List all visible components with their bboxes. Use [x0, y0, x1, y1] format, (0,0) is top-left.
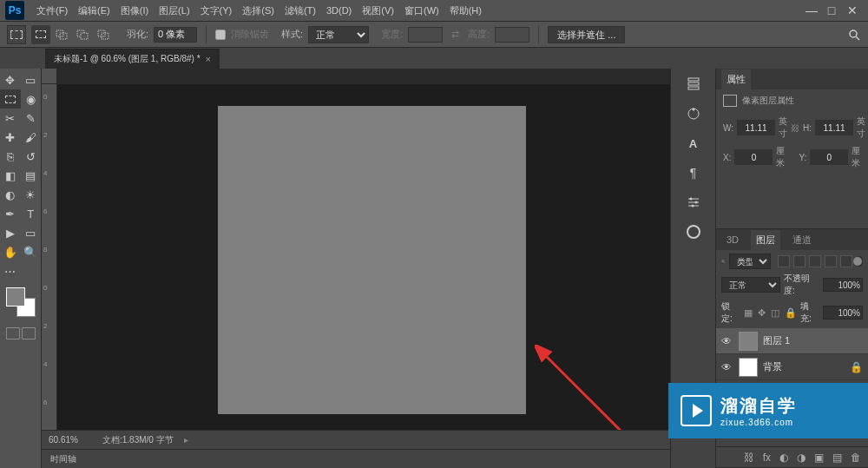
menu-filter[interactable]: 滤镜(T) [279, 4, 321, 17]
screenmode-icon[interactable] [22, 327, 36, 339]
doc-info[interactable]: 文档:1.83M/0 字节 [102, 434, 174, 446]
eraser-tool[interactable]: ◧ [0, 166, 21, 185]
maximize-button[interactable]: □ [826, 5, 837, 16]
zoom-level[interactable]: 60.61% [49, 435, 92, 445]
menu-3d[interactable]: 3D(D) [321, 5, 357, 16]
artboard-tool[interactable]: ▭ [21, 70, 42, 89]
layer-row[interactable]: 👁 图层 1 [716, 328, 868, 354]
menu-help[interactable]: 帮助(H) [444, 4, 487, 17]
fx-icon[interactable]: fx [763, 452, 771, 464]
group-icon[interactable]: ▣ [814, 452, 824, 464]
menu-edit[interactable]: 编辑(E) [73, 4, 115, 17]
menu-file[interactable]: 文件(F) [31, 4, 73, 17]
canvas-viewport[interactable] [57, 84, 670, 430]
quickmask-icon[interactable] [6, 327, 20, 339]
timeline-tab[interactable]: 时间轴 [50, 453, 76, 465]
visibility-toggle-icon[interactable]: 👁 [721, 335, 733, 347]
layer-thumbnail[interactable] [739, 332, 758, 351]
link-layers-icon[interactable]: ⛓ [744, 452, 754, 464]
healing-tool[interactable]: ✚ [0, 128, 21, 147]
history-brush-tool[interactable]: ↺ [21, 147, 42, 166]
close-button[interactable]: ✕ [847, 5, 858, 16]
style-select[interactable]: 正常 [308, 26, 369, 43]
filter-toggle[interactable] [856, 256, 863, 267]
document-tab[interactable]: 未标题-1 @ 60.6% (图层 1, RGB/8#) * × [45, 49, 220, 69]
layer-row[interactable]: 👁 背景 🔒 [716, 354, 868, 380]
adjustment-icon[interactable]: ◑ [797, 452, 806, 464]
lock-all-icon[interactable]: 🔒 [785, 307, 797, 319]
character-icon[interactable]: A [683, 133, 704, 154]
color-swatches[interactable] [6, 287, 36, 317]
lock-artboard-icon[interactable]: ◫ [771, 307, 779, 319]
color-icon[interactable] [683, 103, 704, 124]
pen-tool[interactable]: ✒ [0, 204, 21, 223]
ruler-origin[interactable] [42, 69, 57, 84]
filter-smart-icon[interactable] [840, 255, 852, 267]
edit-toolbar[interactable]: ⋯ [0, 261, 21, 280]
visibility-toggle-icon[interactable]: 👁 [721, 361, 733, 373]
feather-input[interactable] [154, 27, 197, 43]
move-tool[interactable]: ✥ [0, 70, 21, 89]
sel-subtract-icon[interactable] [73, 25, 92, 44]
menu-view[interactable]: 视图(V) [357, 4, 399, 17]
canvas-document[interactable] [218, 106, 526, 414]
minimize-button[interactable]: — [806, 5, 816, 16]
blur-tool[interactable]: ◐ [0, 185, 21, 204]
lock-pixels-icon[interactable]: ▦ [744, 307, 753, 319]
mask-icon[interactable]: ◐ [779, 452, 788, 464]
shape-tool[interactable]: ▭ [21, 223, 42, 242]
opacity-input[interactable] [823, 278, 863, 292]
menu-window[interactable]: 窗口(W) [399, 4, 444, 17]
delete-icon[interactable]: 🗑 [851, 452, 861, 464]
sel-new-icon[interactable] [31, 25, 50, 44]
x-input[interactable] [734, 149, 773, 165]
h-input[interactable] [815, 120, 853, 135]
tab-close-icon[interactable]: × [206, 54, 211, 64]
channels-tab[interactable]: 通道 [787, 230, 817, 250]
search-icon[interactable] [847, 28, 861, 42]
link-wh-icon[interactable]: ⛓ [791, 122, 799, 134]
sel-add-icon[interactable] [52, 25, 71, 44]
marquee-tool[interactable] [0, 89, 21, 109]
layer-thumbnail[interactable] [739, 358, 758, 377]
history-icon[interactable] [683, 74, 704, 95]
filter-pixel-icon[interactable] [778, 255, 790, 267]
layer-name[interactable]: 图层 1 [763, 334, 790, 347]
foreground-color[interactable] [6, 287, 25, 307]
sel-intersect-icon[interactable] [94, 25, 113, 44]
ruler-vertical[interactable]: 024680246 [42, 84, 57, 430]
crop-tool[interactable]: ✂ [0, 109, 21, 128]
new-layer-icon[interactable]: ▤ [832, 452, 842, 464]
gradient-tool[interactable]: ▤ [21, 166, 42, 185]
current-tool-icon[interactable] [7, 25, 26, 44]
menu-layer[interactable]: 图层(L) [154, 4, 194, 17]
type-tool[interactable]: T [21, 204, 42, 223]
lasso-tool[interactable]: ◉ [21, 89, 42, 109]
dodge-tool[interactable]: ☀ [21, 185, 42, 204]
hand-tool[interactable]: ✋ [0, 242, 21, 261]
timeline-panel[interactable]: 时间轴 [42, 449, 670, 468]
properties-tab[interactable]: 属性 [721, 69, 751, 89]
3d-tab[interactable]: 3D [721, 231, 744, 248]
fill-input[interactable] [823, 306, 863, 320]
blend-mode-select[interactable]: 正常 [721, 277, 780, 293]
filter-shape-icon[interactable] [825, 255, 837, 267]
brush-tool[interactable]: 🖌 [21, 128, 42, 147]
y-input[interactable] [810, 149, 848, 165]
doc-info-chevron-icon[interactable]: ▸ [184, 435, 188, 445]
menu-select[interactable]: 选择(S) [237, 4, 279, 17]
zoom-tool[interactable]: 🔍 [21, 242, 42, 261]
paragraph-icon[interactable]: ¶ [683, 162, 704, 183]
layers-tab[interactable]: 图层 [751, 230, 780, 250]
filter-type-icon[interactable] [809, 255, 821, 267]
w-input[interactable] [737, 120, 775, 135]
menu-type[interactable]: 文字(Y) [195, 4, 238, 17]
refine-edge-button[interactable]: 选择并遮住 ... [548, 26, 625, 43]
filter-adjust-icon[interactable] [793, 255, 806, 267]
eyedropper-tool[interactable]: ✎ [21, 109, 42, 128]
filter-type-select[interactable]: 类型 [729, 254, 771, 269]
lock-position-icon[interactable]: ✥ [758, 307, 766, 319]
libraries-icon[interactable] [683, 221, 704, 242]
clone-tool[interactable]: ⎘ [0, 147, 21, 166]
path-select-tool[interactable]: ▶ [0, 223, 21, 242]
